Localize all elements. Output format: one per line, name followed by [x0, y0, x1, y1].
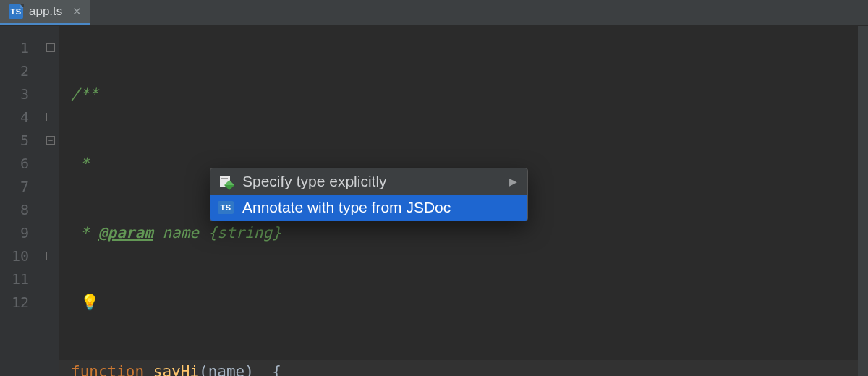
- close-tab-icon[interactable]: ✕: [72, 5, 82, 18]
- line-number: 12: [0, 291, 42, 314]
- tab-app-ts[interactable]: TS app.ts ✕: [0, 0, 90, 25]
- tab-bar: TS app.ts ✕: [0, 0, 868, 26]
- intention-item-annotate-jsdoc[interactable]: TS Annotate with type from JSDoc: [210, 195, 527, 221]
- tab-filename: app.ts: [29, 4, 62, 19]
- line-number: 10: [0, 244, 42, 268]
- line-number: 4: [0, 106, 42, 129]
- code-function: sayHi: [153, 363, 199, 376]
- line-number: 9: [0, 221, 42, 244]
- fold-start-icon[interactable]: [46, 43, 55, 52]
- line-number-gutter: 1 2 3 4 5 6 7 8 9 10 11 12: [0, 26, 42, 376]
- line-number: 7: [0, 175, 42, 198]
- line-number: 3: [0, 82, 42, 106]
- fold-end-icon[interactable]: [46, 252, 55, 260]
- ts-icon: TS: [218, 201, 234, 214]
- line-number: 5: [0, 129, 42, 152]
- jsdoc-tag: @param: [98, 224, 153, 242]
- code-token: *: [71, 155, 89, 172]
- fold-end-icon[interactable]: [46, 113, 55, 121]
- code-token: (name) {: [199, 363, 281, 376]
- intention-item-specify-type[interactable]: Specify type explicitly ▶: [210, 168, 527, 195]
- intention-item-label: Specify type explicitly: [242, 173, 387, 190]
- fold-gutter: [42, 26, 59, 376]
- line-number: 6: [0, 152, 42, 175]
- active-line: function sayHi(name) {: [59, 360, 868, 376]
- code-token: name {string}: [153, 224, 281, 242]
- edit-pencil-icon: [218, 174, 234, 189]
- line-number: 1: [0, 36, 42, 59]
- ts-file-icon: TS: [9, 4, 23, 19]
- submenu-arrow-icon: ▶: [509, 176, 517, 187]
- line-number: 2: [0, 59, 42, 82]
- scrollbar-track[interactable]: [858, 26, 868, 376]
- editor: 1 2 3 4 5 6 7 8 9 10 11 12 /** * * @para…: [0, 26, 868, 376]
- intention-item-label: Annotate with type from JSDoc: [242, 199, 451, 216]
- code-token: /**: [71, 85, 98, 103]
- line-number: 11: [0, 268, 42, 291]
- intention-popup: Specify type explicitly ▶ TS Annotate wi…: [210, 168, 528, 221]
- fold-start-icon[interactable]: [46, 136, 55, 145]
- code-keyword: function: [71, 363, 144, 376]
- intention-bulb-icon[interactable]: 💡: [80, 291, 99, 314]
- code-token: [71, 294, 80, 311]
- code-token: *: [71, 224, 98, 242]
- line-number: 8: [0, 198, 42, 221]
